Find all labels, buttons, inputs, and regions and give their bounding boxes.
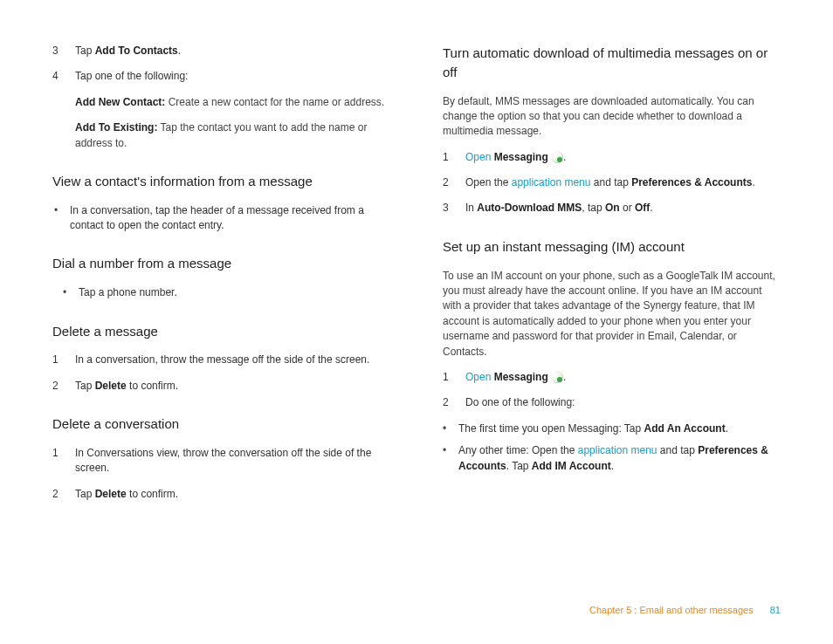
step-number: 2 bbox=[443, 175, 465, 190]
step-number: 1 bbox=[443, 150, 465, 165]
heading-mms-download: Turn automatic download of multimedia me… bbox=[443, 44, 781, 82]
mms-steps: 1 Open Messaging . 2 Open the applicatio… bbox=[443, 150, 781, 216]
step-text: Open Messaging . bbox=[465, 370, 781, 385]
step-text: Do one of the following: bbox=[465, 395, 781, 410]
step-text: Tap Delete to confirm. bbox=[75, 379, 390, 394]
step-1: 1 In Conversations view, throw the conve… bbox=[52, 446, 390, 476]
application-menu-link[interactable]: application menu bbox=[512, 176, 591, 188]
delete-conversation-steps: 1 In Conversations view, throw the conve… bbox=[52, 446, 390, 502]
step-text: Tap Add To Contacts. bbox=[75, 44, 390, 58]
im-body: To use an IM account on your phone, such… bbox=[443, 269, 781, 360]
list-item: In a conversation, tap the header of a m… bbox=[52, 203, 390, 234]
application-menu-link[interactable]: application menu bbox=[578, 444, 657, 456]
messaging-icon bbox=[551, 371, 563, 383]
heading-im-account: Set up an instant messaging (IM) account bbox=[443, 237, 781, 257]
sub-options: Add New Contact: Create a new contact fo… bbox=[52, 95, 390, 151]
sub-option-add-existing: Add To Existing: Tap the contact you wan… bbox=[75, 120, 390, 151]
step-4: 4 Tap one of the following: bbox=[52, 69, 390, 84]
chapter-label: Chapter 5 : Email and other messages bbox=[589, 605, 754, 615]
page-footer: Chapter 5 : Email and other messages 81 bbox=[589, 604, 781, 618]
step-number: 3 bbox=[52, 44, 75, 58]
columns: 3 Tap Add To Contacts. 4 Tap one of the … bbox=[52, 44, 781, 512]
page: 3 Tap Add To Contacts. 4 Tap one of the … bbox=[0, 0, 833, 644]
page-number: 81 bbox=[770, 605, 781, 615]
step-number: 2 bbox=[443, 395, 465, 410]
step-2: 2 Tap Delete to confirm. bbox=[52, 379, 390, 394]
list-item: The first time you open Messaging: Tap A… bbox=[443, 421, 781, 436]
step-text: In Auto-Download MMS, tap On or Off. bbox=[465, 201, 781, 216]
view-contact-list: In a conversation, tap the header of a m… bbox=[52, 203, 390, 234]
step-3: 3 Tap Add To Contacts. bbox=[52, 44, 390, 58]
step-2: 2 Do one of the following: bbox=[443, 395, 781, 410]
step-text: Open the application menu and tap Prefer… bbox=[465, 175, 781, 190]
step-2: 2 Open the application menu and tap Pref… bbox=[443, 175, 781, 190]
heading-view-contact: View a contact's information from a mess… bbox=[52, 172, 390, 191]
step-number: 1 bbox=[443, 370, 465, 385]
right-column: Turn automatic download of multimedia me… bbox=[443, 44, 781, 512]
messaging-icon bbox=[551, 151, 563, 163]
im-sub-options: The first time you open Messaging: Tap A… bbox=[443, 421, 781, 474]
step-text: In Conversations view, throw the convers… bbox=[75, 446, 390, 476]
step-number: 2 bbox=[52, 487, 75, 502]
intro-steps: 3 Tap Add To Contacts. 4 Tap one of the … bbox=[52, 44, 390, 85]
step-1: 1 Open Messaging . bbox=[443, 150, 781, 165]
mms-body: By default, MMS messages are downloaded … bbox=[443, 94, 781, 140]
step-number: 2 bbox=[52, 379, 75, 394]
list-item: Any other time: Open the application men… bbox=[443, 443, 781, 474]
open-link[interactable]: Open bbox=[465, 151, 491, 163]
list-item: Tap a phone number. bbox=[61, 285, 390, 300]
step-text: Open Messaging . bbox=[465, 150, 781, 165]
delete-message-steps: 1 In a conversation, throw the message o… bbox=[52, 353, 390, 394]
step-text: Tap one of the following: bbox=[75, 69, 390, 84]
step-2: 2 Tap Delete to confirm. bbox=[52, 487, 390, 502]
left-column: 3 Tap Add To Contacts. 4 Tap one of the … bbox=[52, 44, 390, 512]
step-3: 3 In Auto-Download MMS, tap On or Off. bbox=[443, 201, 781, 216]
step-1: 1 Open Messaging . bbox=[443, 370, 781, 385]
open-link[interactable]: Open bbox=[465, 371, 491, 383]
step-number: 3 bbox=[443, 201, 465, 216]
step-1: 1 In a conversation, throw the message o… bbox=[52, 353, 390, 367]
heading-delete-conversation: Delete a conversation bbox=[52, 414, 390, 434]
dial-number-list: Tap a phone number. bbox=[52, 285, 390, 300]
step-text: Tap Delete to confirm. bbox=[75, 487, 390, 502]
heading-dial-number: Dial a number from a message bbox=[52, 254, 390, 273]
heading-delete-message: Delete a message bbox=[52, 322, 390, 341]
im-steps: 1 Open Messaging . 2 Do one of the follo… bbox=[443, 370, 781, 411]
step-number: 1 bbox=[52, 353, 75, 367]
step-number: 1 bbox=[52, 446, 75, 476]
step-number: 4 bbox=[52, 69, 75, 84]
step-text: In a conversation, throw the message off… bbox=[75, 353, 390, 367]
sub-option-add-new: Add New Contact: Create a new contact fo… bbox=[75, 95, 390, 110]
